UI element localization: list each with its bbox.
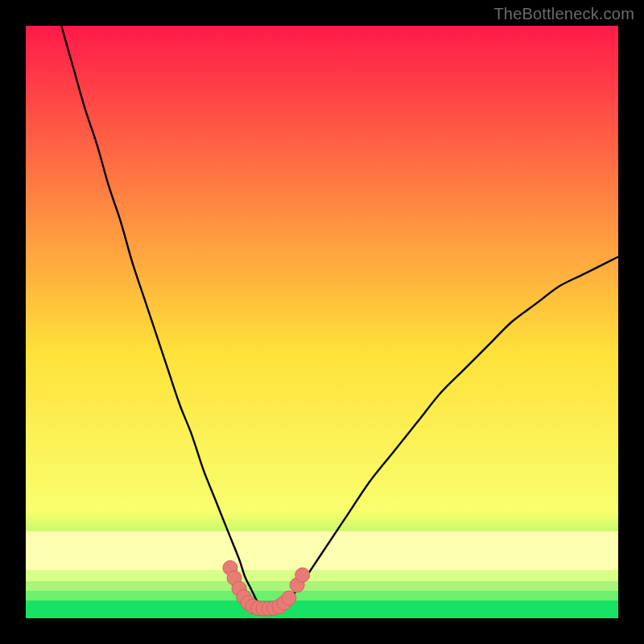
marker-dot — [282, 591, 296, 605]
marker-dot — [295, 568, 310, 582]
plot-background — [26, 26, 618, 618]
plot-lowband — [26, 531, 618, 570]
plot-green-step-3 — [26, 591, 618, 601]
chart-frame: TheBottleneck.com — [0, 0, 644, 644]
plot-green-step-1 — [26, 570, 618, 581]
chart-canvas — [26, 26, 618, 618]
plot-green-step-4 — [26, 601, 618, 618]
watermark-text: TheBottleneck.com — [493, 5, 634, 23]
plot-green-step-2 — [26, 581, 618, 591]
